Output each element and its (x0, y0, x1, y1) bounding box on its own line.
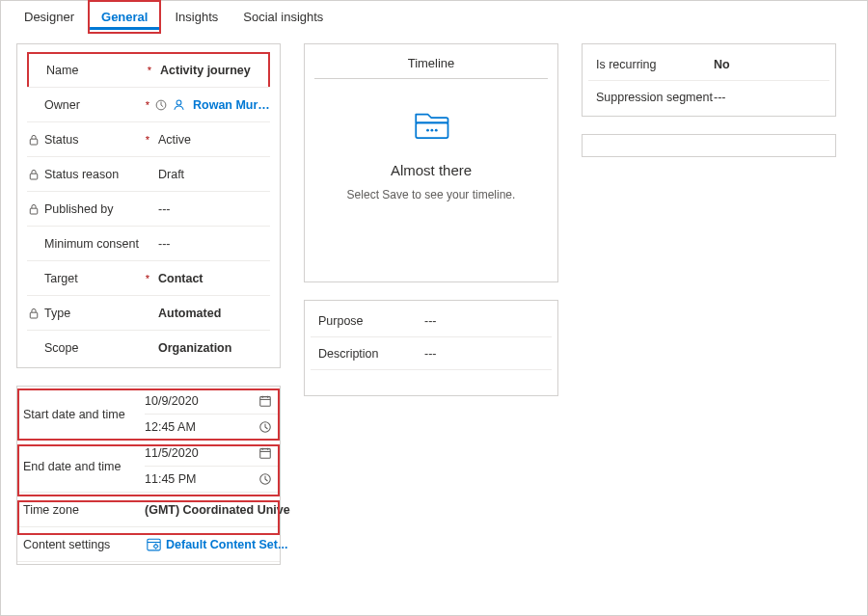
recurrence-card: Is recurring No Suppression segment --- (582, 43, 836, 117)
svg-point-24 (426, 129, 429, 132)
tab-social-insights[interactable]: Social insights (231, 4, 335, 30)
clock-icon[interactable] (257, 472, 274, 486)
tab-insights[interactable]: Insights (163, 4, 230, 30)
field-description-label: Description (311, 347, 424, 361)
timeline-card: Timeline Almost there Select Save to see… (304, 43, 558, 282)
end-time-value: 11:45 PM (145, 472, 257, 486)
field-time-zone-label: Time zone (17, 503, 145, 517)
svg-rect-16 (147, 539, 159, 550)
calendar-icon[interactable] (257, 394, 274, 408)
field-published-by-label: Published by (41, 202, 143, 216)
recent-icon (152, 99, 170, 111)
lock-icon (27, 134, 41, 146)
field-name[interactable]: Name Activity journey (27, 52, 270, 87)
meta-card: Purpose --- Description --- (304, 300, 558, 396)
tab-designer[interactable]: Designer (13, 4, 86, 30)
field-minimum-consent-label: Minimum consent (41, 237, 143, 251)
field-purpose-label: Purpose (311, 314, 424, 328)
svg-rect-11 (260, 449, 271, 459)
field-start-date-time[interactable]: Start date and time 10/9/2020 12:45 AM (17, 388, 280, 441)
field-scope-value: Organization (152, 341, 270, 355)
field-owner-value[interactable]: Rowan Murphy (187, 98, 270, 112)
required-icon (145, 65, 154, 76)
clock-icon[interactable] (257, 420, 274, 434)
svg-point-26 (435, 129, 438, 132)
field-scope-label: Scope (41, 341, 143, 355)
field-start-label: Start date and time (17, 408, 145, 421)
field-purpose[interactable]: Purpose --- (311, 305, 552, 337)
lock-icon (27, 203, 41, 215)
field-is-recurring-label: Is recurring (588, 58, 714, 71)
tab-bar: Designer General Insights Social insight… (13, 1, 855, 32)
field-status-value: Active (152, 133, 270, 147)
svg-rect-4 (30, 208, 38, 214)
required-icon (143, 273, 152, 284)
column-right: Is recurring No Suppression segment --- (582, 43, 836, 157)
field-published-by[interactable]: Published by --- (27, 192, 270, 227)
start-date-value: 10/9/2020 (145, 394, 257, 408)
field-status-reason-label: Status reason (41, 168, 143, 181)
svg-point-25 (430, 129, 433, 132)
field-status[interactable]: Status Active (27, 122, 270, 157)
field-type-label: Type (41, 307, 143, 320)
column-middle: Timeline Almost there Select Save to see… (304, 43, 558, 396)
field-target-value: Contact (152, 272, 270, 285)
calendar-icon[interactable] (257, 446, 274, 460)
folder-icon (411, 104, 451, 145)
field-status-label: Status (41, 133, 143, 147)
columns: Name Activity journey Owner Rowan Murph (13, 36, 855, 590)
svg-rect-5 (30, 312, 38, 318)
empty-card (582, 134, 836, 157)
meta-spacer (311, 370, 552, 391)
field-suppression-segment-value: --- (714, 91, 829, 104)
field-is-recurring[interactable]: Is recurring No (588, 48, 829, 81)
svg-rect-6 (260, 397, 271, 407)
column-left: Name Activity journey Owner Rowan Murph (16, 43, 281, 582)
field-target-label: Target (41, 272, 143, 285)
required-icon (143, 134, 152, 146)
timeline-subtext: Select Save to see your timeline. (311, 188, 552, 201)
field-published-by-value: --- (152, 202, 270, 216)
general-card: Name Activity journey Owner Rowan Murph (16, 43, 281, 368)
svg-point-1 (176, 100, 181, 105)
svg-rect-3 (30, 174, 38, 179)
svg-point-18 (153, 544, 157, 548)
field-description-value: --- (424, 347, 552, 361)
field-description[interactable]: Description --- (311, 337, 552, 370)
end-date-value: 11/5/2020 (145, 446, 257, 460)
required-icon (143, 99, 152, 111)
field-status-reason[interactable]: Status reason Draft (27, 157, 270, 192)
field-content-settings-label: Content settings (17, 538, 145, 551)
field-name-value: Activity journey (154, 64, 268, 77)
field-type[interactable]: Type Automated (27, 296, 270, 331)
field-content-settings[interactable]: Content settings Default Content Set... (17, 527, 280, 562)
field-scope[interactable]: Scope Organization (27, 331, 270, 365)
field-end-date-time[interactable]: End date and time 11/5/2020 11:45 PM (17, 441, 280, 493)
field-suppression-segment[interactable]: Suppression segment --- (588, 81, 829, 114)
timeline-heading: Almost there (311, 162, 552, 178)
lock-icon (27, 169, 41, 180)
field-suppression-segment-label: Suppression segment (588, 91, 714, 104)
field-time-zone-value: (GMT) Coordinated Unive (145, 503, 290, 517)
field-purpose-value: --- (424, 314, 552, 328)
field-status-reason-value: Draft (152, 168, 270, 181)
field-name-label: Name (42, 64, 145, 77)
content-settings-icon (145, 538, 162, 551)
schedule-card: Start date and time 10/9/2020 12:45 AM (16, 386, 281, 565)
field-content-settings-value[interactable]: Default Content Set... (162, 538, 287, 551)
lock-icon (27, 308, 41, 319)
field-minimum-consent[interactable]: Minimum consent --- (27, 227, 270, 261)
svg-rect-2 (30, 139, 38, 145)
tab-general[interactable]: General (90, 4, 159, 30)
field-time-zone[interactable]: Time zone (GMT) Coordinated Unive (17, 493, 280, 527)
page-root: Designer General Insights Social insight… (0, 0, 868, 616)
field-is-recurring-value: No (714, 58, 829, 71)
field-target[interactable]: Target Contact (27, 261, 270, 296)
field-type-value: Automated (152, 307, 270, 320)
person-icon (170, 98, 187, 111)
highlight-tab-general: General (88, 0, 161, 34)
timeline-title: Timeline (314, 50, 548, 79)
field-minimum-consent-value: --- (152, 237, 270, 251)
field-owner[interactable]: Owner Rowan Murphy (27, 88, 270, 122)
field-end-label: End date and time (17, 460, 145, 473)
